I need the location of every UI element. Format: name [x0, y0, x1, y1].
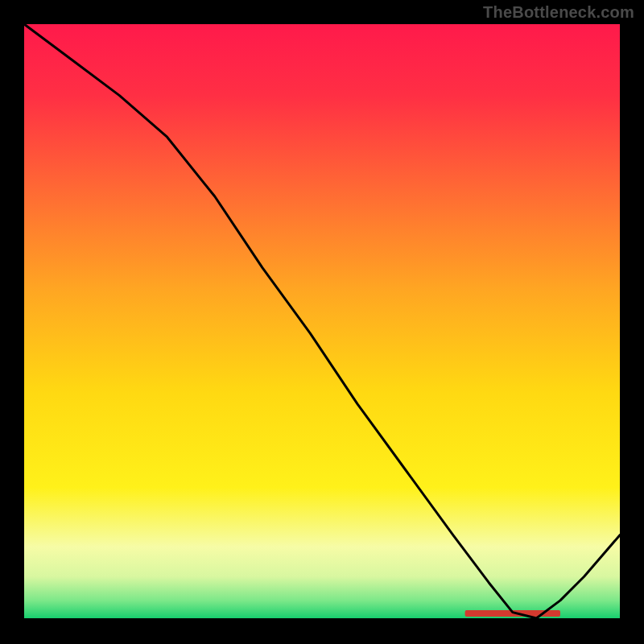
watermark-text: TheBottleneck.com [483, 3, 634, 22]
bottleneck-plot [0, 0, 644, 644]
chart-stage: TheBottleneck.com [0, 0, 644, 644]
plot-background [24, 24, 620, 618]
